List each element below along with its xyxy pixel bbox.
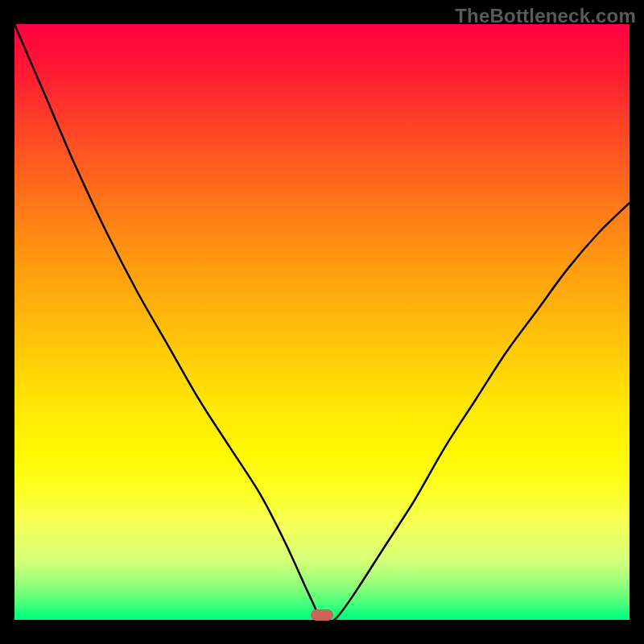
curve-layer [14, 24, 630, 620]
optimal-point-marker [311, 609, 333, 621]
chart-frame: TheBottleneck.com [0, 0, 644, 644]
bottleneck-curve [14, 24, 630, 620]
watermark-label: TheBottleneck.com [455, 5, 636, 27]
